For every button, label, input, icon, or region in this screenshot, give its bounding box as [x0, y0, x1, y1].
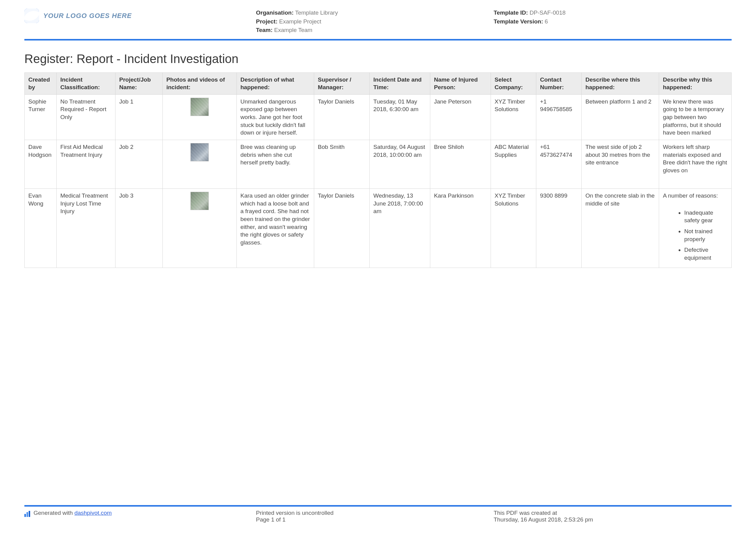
- col-classification: Incident Classification:: [56, 72, 115, 94]
- cell-injured: Kara Parkinson: [430, 189, 491, 267]
- table-header-row: Created by Incident Classification: Proj…: [25, 72, 732, 94]
- cell-where: On the concrete slab in the middle of si…: [582, 189, 659, 267]
- cell-classification: First Aid Medical Treatment Injury: [56, 140, 115, 189]
- cell-injured: Jane Peterson: [430, 94, 491, 140]
- col-why: Describe why this happened:: [659, 72, 732, 94]
- col-description: Description of what happened:: [236, 72, 314, 94]
- why-reason-item: Not trained properly: [684, 227, 728, 243]
- cell-job: Job 3: [116, 189, 163, 267]
- cell-photos: [162, 189, 236, 267]
- uncontrolled-note: Printed version is uncontrolled: [256, 510, 494, 516]
- logo-placeholder-text: YOUR LOGO GOES HERE: [43, 12, 132, 20]
- col-date-time: Incident Date and Time:: [370, 72, 430, 94]
- footer-left: Generated with dashpivot.com: [24, 510, 256, 523]
- cell-created-by: Dave Hodgson: [25, 140, 57, 189]
- cell-supervisor: Bob Smith: [314, 140, 370, 189]
- incident-photo-thumbnail: [190, 192, 209, 210]
- bar-chart-icon: [24, 511, 31, 517]
- cell-where: Between platform 1 and 2: [582, 94, 659, 140]
- template-id-label: Template ID:: [494, 10, 528, 16]
- cell-company: ABC Material Supplies: [491, 140, 536, 189]
- cell-photos: [162, 140, 236, 189]
- header-left: YOUR LOGO GOES HERE: [24, 9, 256, 23]
- why-reason-item: Defective equipment: [684, 246, 728, 262]
- cell-injured: Bree Shiloh: [430, 140, 491, 189]
- cell-created-by: Evan Wong: [25, 189, 57, 267]
- why-reason-item: Inadequate safety gear: [684, 209, 728, 224]
- cell-why: Workers left sharp materials exposed and…: [659, 140, 732, 189]
- col-job-name: Project/Job Name:: [116, 72, 163, 94]
- header-right: Template ID: DP-SAF-0018 Template Versio…: [494, 9, 732, 26]
- org-value: Template Library: [295, 10, 338, 16]
- cell-why: A number of reasons:Inadequate safety ge…: [659, 189, 732, 267]
- why-reason-list: Inadequate safety gearNot trained proper…: [684, 209, 728, 262]
- col-injured-person: Name of Injured Person:: [430, 72, 491, 94]
- cell-classification: No Treatment Required - Report Only: [56, 94, 115, 140]
- document-footer: Generated with dashpivot.com Printed ver…: [24, 505, 732, 523]
- template-version-value: 6: [545, 18, 548, 25]
- incident-photo-thumbnail: [190, 98, 209, 116]
- cell-photos: [162, 94, 236, 140]
- table-row: Evan WongMedical Treatment Injury Lost T…: [25, 189, 732, 267]
- footer-right: This PDF was created at Thursday, 16 Aug…: [494, 510, 732, 523]
- org-label: Organisation:: [256, 10, 294, 16]
- table-row: Sophie TurnerNo Treatment Required - Rep…: [25, 94, 732, 140]
- cell-description: Unmarked dangerous exposed gap between w…: [236, 94, 314, 140]
- team-label: Team:: [256, 27, 273, 33]
- cell-company: XYZ Timber Solutions: [491, 94, 536, 140]
- col-photos: Photos and videos of incident:: [162, 72, 236, 94]
- project-value: Example Project: [279, 18, 321, 25]
- page-number: Page 1 of 1: [256, 516, 494, 523]
- page-title: Register: Report - Incident Investigatio…: [24, 52, 732, 66]
- incident-register-table: Created by Incident Classification: Proj…: [24, 72, 732, 268]
- col-where: Describe where this happened:: [582, 72, 659, 94]
- cell-description: Bree was cleaning up debris when she cut…: [236, 140, 314, 189]
- template-version-label: Template Version:: [494, 18, 543, 25]
- brand-logo-icon: [24, 9, 39, 23]
- cell-why: We knew there was going to be a temporar…: [659, 94, 732, 140]
- cell-where: The west side of job 2 about 30 metres f…: [582, 140, 659, 189]
- template-id-value: DP-SAF-0018: [529, 10, 566, 16]
- cell-contact: 9300 8899: [536, 189, 582, 267]
- col-company: Select Company:: [491, 72, 536, 94]
- team-value: Example Team: [274, 27, 312, 33]
- cell-contact: +61 4573627474: [536, 140, 582, 189]
- cell-classification: Medical Treatment Injury Lost Time Injur…: [56, 189, 115, 267]
- cell-contact: +1 9496758585: [536, 94, 582, 140]
- table-row: Dave HodgsonFirst Aid Medical Treatment …: [25, 140, 732, 189]
- cell-created-by: Sophie Turner: [25, 94, 57, 140]
- cell-supervisor: Taylor Daniels: [314, 189, 370, 267]
- col-contact: Contact Number:: [536, 72, 582, 94]
- cell-job: Job 2: [116, 140, 163, 189]
- project-label: Project:: [256, 18, 278, 25]
- header-mid: Organisation: Template Library Project: …: [256, 9, 494, 35]
- generated-with-text: Generated with: [34, 510, 74, 516]
- col-created-by: Created by: [25, 72, 57, 94]
- cell-job: Job 1: [116, 94, 163, 140]
- incident-photo-thumbnail: [190, 143, 209, 161]
- cell-date: Wednesday, 13 June 2018, 7:00:00 am: [370, 189, 430, 267]
- cell-company: XYZ Timber Solutions: [491, 189, 536, 267]
- col-supervisor: Supervisor / Manager:: [314, 72, 370, 94]
- pdf-created-timestamp: Thursday, 16 August 2018, 2:53:26 pm: [494, 516, 732, 523]
- cell-date: Tuesday, 01 May 2018, 6:30:00 am: [370, 94, 430, 140]
- cell-supervisor: Taylor Daniels: [314, 94, 370, 140]
- document-header: YOUR LOGO GOES HERE Organisation: Templa…: [24, 9, 732, 40]
- cell-description: Kara used an older grinder which had a l…: [236, 189, 314, 267]
- footer-mid: Printed version is uncontrolled Page 1 o…: [256, 510, 494, 523]
- dashpivot-link[interactable]: dashpivot.com: [74, 510, 112, 516]
- pdf-created-label: This PDF was created at: [494, 510, 732, 516]
- cell-date: Saturday, 04 August 2018, 10:00:00 am: [370, 140, 430, 189]
